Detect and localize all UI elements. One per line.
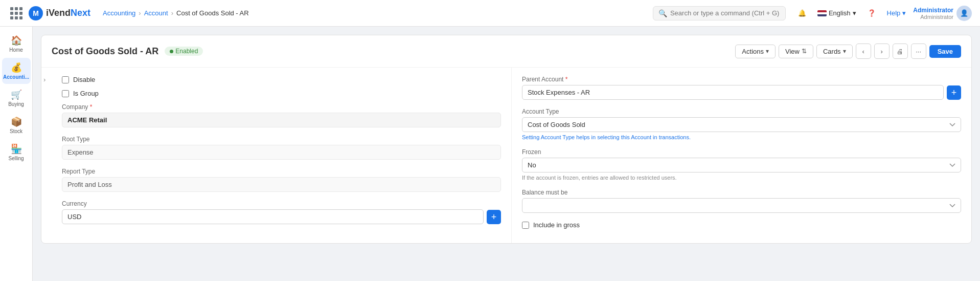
frozen-select[interactable]: No (522, 158, 961, 172)
app-logo[interactable]: M iVendNext (29, 6, 90, 20)
sidebar-item-label-stock: Stock (10, 128, 22, 134)
view-chevron-icon: ⇅ (802, 48, 807, 55)
doc-toolbar: Actions ▾ View ⇅ Cards ▾ ‹ › � (735, 44, 961, 59)
balance-must-be-select[interactable] (522, 198, 961, 213)
more-button[interactable]: ··· (911, 44, 926, 59)
parent-account-group: Parent Account + (522, 76, 961, 100)
main-content: Cost of Goods Sold - AR Enabled Actions … (33, 27, 980, 281)
user-section[interactable]: Administrator Administrator 👤 (913, 6, 972, 21)
view-button[interactable]: View ⇅ (779, 45, 813, 58)
breadcrumb-sep-1: › (139, 9, 141, 17)
sidebar-item-label-buying: Buying (8, 101, 24, 107)
currency-add-button[interactable]: + (487, 210, 501, 224)
navbar: M iVendNext Accounting › Account › Cost … (0, 0, 980, 27)
breadcrumb-accounting[interactable]: Accounting (103, 9, 135, 17)
stock-icon: 📦 (11, 116, 22, 127)
notifications-button[interactable]: 🔔 (794, 5, 810, 21)
buying-icon: 🛒 (11, 89, 22, 100)
account-type-select[interactable]: Cost of Goods Sold (522, 117, 961, 132)
sidebar-item-buying[interactable]: 🛒 Buying (2, 85, 31, 111)
form-col-right: Parent Account + Account Type Cost of Go… (512, 68, 971, 243)
search-icon: 🔍 (658, 9, 667, 17)
sidebar-item-label-selling: Selling (8, 156, 24, 161)
disable-checkbox[interactable] (62, 76, 69, 83)
form-body: › Disable Is Group Company ACME Retail R… (41, 68, 971, 243)
actions-chevron-icon: ▾ (766, 48, 769, 55)
currency-input-row: + (62, 209, 501, 224)
account-type-group: Account Type Cost of Goods Sold Setting … (522, 108, 961, 140)
language-selector[interactable]: English ▾ (817, 9, 856, 17)
actions-label: Actions (742, 48, 764, 55)
home-icon: 🏠 (11, 35, 22, 46)
root-type-group: Root Type Expense (62, 136, 501, 160)
user-name: Administrator (913, 7, 953, 14)
currency-input[interactable] (62, 209, 484, 224)
navbar-actions: 🔔 English ▾ ❓ Help ▾ Administrator Admin… (794, 5, 972, 21)
save-button[interactable]: Save (929, 45, 961, 58)
breadcrumb-sep-2: › (171, 9, 173, 17)
balance-must-be-group: Balance must be (522, 189, 961, 213)
language-label: English (829, 9, 851, 17)
logo-text: iVendNext (46, 8, 90, 18)
sidebar-item-selling[interactable]: 🏪 Selling (2, 139, 31, 165)
parent-account-label: Parent Account (522, 76, 961, 83)
toggle-arrow-icon: › (43, 76, 45, 83)
next-icon: › (880, 48, 882, 55)
company-value: ACME Retail (62, 113, 501, 127)
breadcrumb: Accounting › Account › Cost of Goods Sol… (103, 9, 249, 17)
doc-header: Cost of Goods Sold - AR Enabled Actions … (41, 35, 971, 68)
print-button[interactable]: 🖨 (893, 44, 908, 59)
help-icon-btn[interactable]: ❓ (863, 5, 880, 21)
prev-icon: ‹ (862, 48, 864, 55)
balance-must-be-label: Balance must be (522, 189, 961, 196)
is-group-checkbox[interactable] (62, 90, 69, 97)
view-label: View (785, 48, 800, 55)
help-button[interactable]: Help ▾ (887, 9, 906, 17)
form-col-left: Disable Is Group Company ACME Retail Roo… (52, 68, 512, 243)
logo-icon: M (29, 6, 43, 20)
selling-icon: 🏪 (11, 143, 22, 155)
parent-account-add-button[interactable]: + (947, 85, 961, 100)
breadcrumb-account[interactable]: Account (144, 9, 168, 17)
report-type-value: Profit and Loss (62, 177, 501, 192)
sidebar-item-stock[interactable]: 📦 Stock (2, 112, 31, 138)
sidebar-item-home[interactable]: 🏠 Home (2, 31, 31, 57)
grid-dots-icon (10, 7, 22, 19)
account-type-helper: Setting Account Type helps in selecting … (522, 134, 961, 140)
language-chevron-icon: ▾ (853, 9, 856, 17)
company-group: Company ACME Retail (62, 103, 501, 127)
grid-menu-button[interactable] (8, 5, 25, 21)
breadcrumb-current: Cost of Goods Sold - AR (176, 9, 249, 17)
flag-icon (817, 10, 827, 16)
is-group-label[interactable]: Is Group (73, 90, 99, 97)
search-bar[interactable]: 🔍 (653, 6, 786, 20)
prev-button[interactable]: ‹ (856, 44, 871, 59)
toggle-col-button[interactable]: › (41, 68, 52, 243)
currency-label: Currency (62, 200, 501, 207)
disable-label[interactable]: Disable (73, 76, 95, 83)
sidebar: 🏠 Home 💰 Accounti... 🛒 Buying 📦 Stock 🏪 … (0, 27, 33, 281)
sidebar-item-label-accounting: Accounti... (3, 74, 29, 80)
help-chevron-icon: ▾ (902, 9, 906, 17)
include-in-gross-label[interactable]: Include in gross (533, 221, 580, 229)
next-button[interactable]: › (874, 44, 890, 59)
root-type-label: Root Type (62, 136, 501, 143)
status-badge: Enabled (165, 47, 203, 56)
actions-button[interactable]: Actions ▾ (735, 45, 776, 58)
cards-button[interactable]: Cards ▾ (816, 45, 853, 58)
include-in-gross-checkbox[interactable] (522, 222, 529, 229)
parent-account-input[interactable] (522, 85, 944, 100)
is-group-row: Is Group (62, 90, 501, 97)
frozen-helper: If the account is frozen, entries are al… (522, 175, 961, 181)
help-label: Help (887, 9, 901, 17)
root-type-value: Expense (62, 145, 501, 160)
search-input[interactable] (670, 9, 780, 17)
cards-chevron-icon: ▾ (843, 48, 846, 55)
sidebar-item-accounting[interactable]: 💰 Accounti... (2, 58, 31, 84)
include-in-gross-row: Include in gross (522, 221, 961, 229)
print-icon: 🖨 (897, 48, 903, 55)
frozen-group: Frozen No If the account is frozen, entr… (522, 148, 961, 181)
parent-account-input-row: + (522, 85, 961, 100)
cards-label: Cards (823, 48, 841, 55)
avatar: 👤 (956, 6, 972, 21)
